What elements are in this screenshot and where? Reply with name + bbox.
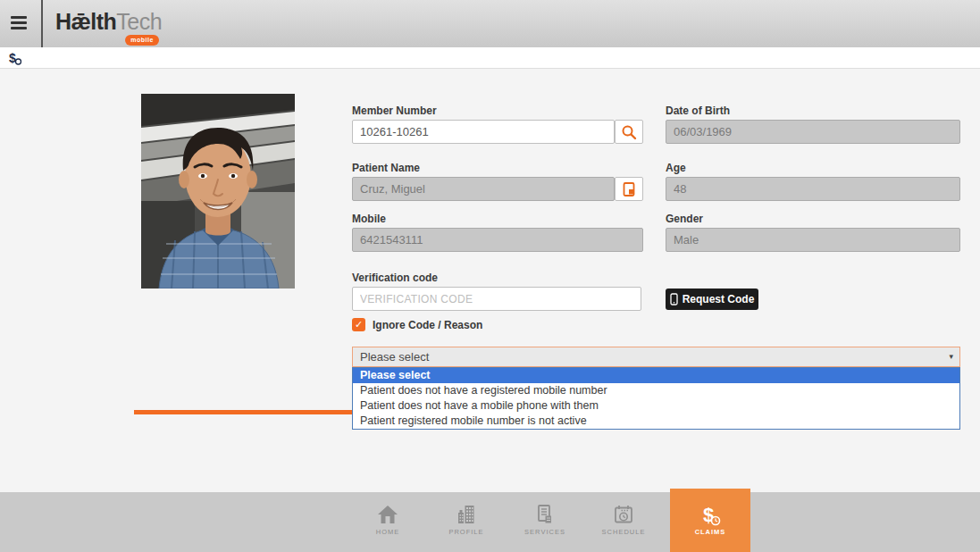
nav-label-profile: PROFILE <box>427 528 506 536</box>
nav-label-home: HOME <box>348 528 427 536</box>
patient-name-label: Patient Name <box>352 162 420 174</box>
reason-select[interactable]: Please select ▾ <box>352 347 960 367</box>
mobile-phone-icon <box>670 293 678 305</box>
member-search-button[interactable] <box>615 120 643 144</box>
checkmark-icon: ✓ <box>355 319 363 330</box>
age-label: Age <box>666 162 686 174</box>
app-logo: HǣlthTech <box>55 9 162 35</box>
document-icon <box>621 181 637 197</box>
dropdown-option[interactable]: Patient registered mobile number is not … <box>353 414 959 429</box>
dropdown-option[interactable]: Patient does not have a registered mobil… <box>353 383 959 398</box>
verification-code-label: Verification code <box>352 272 438 284</box>
nav-label-schedule: SCHEDULE <box>584 528 663 536</box>
patient-details-button[interactable] <box>615 177 643 201</box>
logo-mobile-badge: mobile <box>125 35 159 46</box>
claims-icon: $ <box>698 503 723 528</box>
reason-dropdown-panel: Please select Patient does not have a re… <box>352 367 960 430</box>
mobile-input <box>352 228 643 252</box>
gender-input <box>666 228 960 252</box>
member-number-input[interactable] <box>352 120 615 144</box>
app-header: HǣlthTech mobile <box>0 0 980 47</box>
logo-text-light: Tech <box>116 9 162 34</box>
ignore-code-label: Ignore Code / Reason <box>373 319 482 331</box>
services-icon <box>533 503 557 526</box>
hamburger-menu-icon[interactable] <box>11 16 30 31</box>
claims-page-icon: $ <box>8 50 22 66</box>
verification-code-input[interactable] <box>352 287 641 311</box>
profile-icon <box>455 503 478 526</box>
nav-label-claims: CLAIMS <box>670 528 750 536</box>
date-of-birth-label: Date of Birth <box>666 105 730 117</box>
reason-select-value: Please select <box>360 350 429 364</box>
nav-item-home[interactable]: HOME <box>348 492 427 552</box>
nav-label-services: SERVICES <box>506 528 584 536</box>
date-of-birth-input <box>666 120 960 144</box>
header-divider <box>41 0 43 47</box>
nav-item-claims[interactable]: $ CLAIMS <box>670 489 750 552</box>
patient-photo <box>141 94 295 289</box>
dropdown-option[interactable]: Please select <box>353 368 959 383</box>
nav-item-services[interactable]: SERVICES <box>506 492 584 552</box>
request-code-label: Request Code <box>683 293 755 305</box>
member-number-label: Member Number <box>352 105 437 117</box>
svg-text:$: $ <box>9 51 16 65</box>
gender-label: Gender <box>666 213 703 225</box>
search-icon <box>621 124 637 140</box>
home-icon <box>376 503 399 526</box>
nav-item-profile[interactable]: PROFILE <box>427 492 506 552</box>
nav-item-schedule[interactable]: SCHEDULE <box>584 492 663 552</box>
chevron-down-icon: ▾ <box>949 347 953 366</box>
logo-text-bold: Hǣlth <box>55 9 116 34</box>
age-input <box>666 177 960 201</box>
ignore-code-checkbox[interactable]: ✓ <box>352 318 365 331</box>
toolbar-strip: $ <box>0 47 980 69</box>
request-code-button[interactable]: Request Code <box>666 289 758 310</box>
patient-name-input <box>352 177 615 201</box>
schedule-icon <box>612 503 635 526</box>
app-window: HǣlthTech mobile $ <box>0 0 980 552</box>
dropdown-option[interactable]: Patient does not have a mobile phone wit… <box>353 398 959 414</box>
mobile-label: Mobile <box>352 213 386 225</box>
